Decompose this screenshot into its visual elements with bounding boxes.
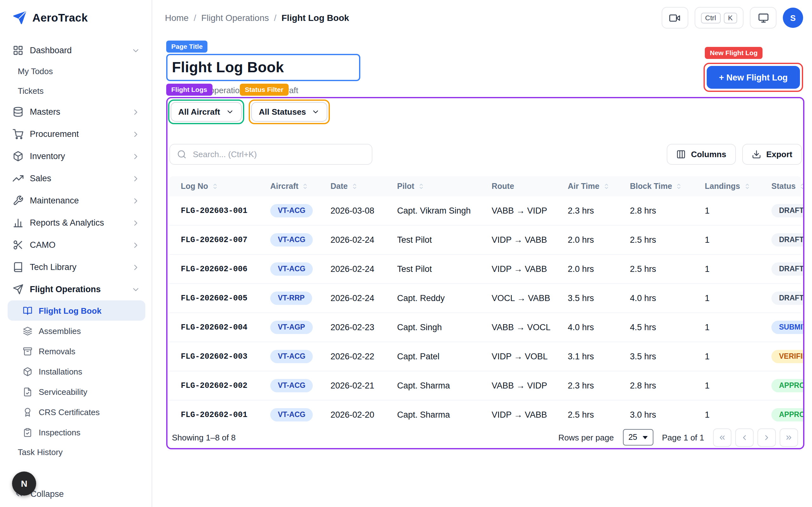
cell-aircraft: VT-ACG — [270, 262, 331, 276]
grid-icon — [13, 45, 23, 56]
status-badge: VERIFIED — [771, 349, 803, 363]
cell-route: VIDP → VABB — [492, 410, 568, 419]
column-header-date[interactable]: Date — [331, 182, 397, 191]
sidebar-item-label: Installations — [39, 367, 82, 376]
app-logo[interactable]: AeroTrack — [0, 0, 152, 36]
topbar: Home/Flight Operations/Flight Log Book C… — [152, 0, 812, 36]
sidebar-item-inspections[interactable]: Inspections — [8, 422, 145, 442]
cell-log-no: FLG-202602-003 — [181, 352, 270, 361]
aircraft-badge: VT-ACG — [270, 408, 313, 422]
export-button[interactable]: Export — [742, 144, 802, 165]
cell-date: 2026-02-24 — [331, 264, 397, 274]
cell-block-time: 3.0 hrs — [630, 410, 705, 419]
column-header-air-time[interactable]: Air Time — [568, 182, 630, 191]
table-row-flg-202602-002[interactable]: FLG-202602-002VT-ACG2026-02-21Capt. Shar… — [169, 372, 801, 400]
sidebar-item-removals[interactable]: Removals — [8, 341, 145, 361]
breadcrumb-item-home[interactable]: Home — [165, 13, 189, 23]
cell-date: 2026-02-20 — [331, 410, 397, 419]
filters-row: All Aircraft All Statuses — [168, 100, 803, 124]
column-header-route[interactable]: Route — [492, 182, 568, 191]
cell-aircraft: VT-AGP — [270, 320, 331, 334]
command-palette-shortcut-button[interactable]: Ctrl K — [694, 7, 744, 29]
search-icon — [177, 150, 187, 159]
column-header-log-no[interactable]: Log No — [181, 182, 270, 191]
last-page-button[interactable] — [780, 428, 798, 447]
sidebar-item-inventory[interactable]: Inventory — [8, 145, 145, 167]
cell-pilot: Capt. Vikram Singh — [397, 206, 492, 216]
previous-page-button[interactable] — [735, 428, 754, 447]
table-row-flg-202602-006[interactable]: FLG-202602-006VT-ACG2026-02-24Test Pilot… — [169, 255, 801, 284]
status-filter-value: All Statuses — [259, 107, 306, 117]
sidebar-item-camo[interactable]: CAMO — [8, 234, 145, 256]
clipboard-icon — [23, 428, 32, 437]
chevron-down-icon — [131, 285, 140, 294]
column-header-aircraft[interactable]: Aircraft — [270, 182, 331, 191]
page-title-annotation-box: Flight Log Book — [166, 54, 360, 81]
table-row-flg-202602-007[interactable]: FLG-202602-007VT-ACG2026-02-24Test Pilot… — [169, 226, 801, 255]
sidebar-item-label: Procurement — [30, 129, 79, 139]
column-header-landings[interactable]: Landings — [705, 182, 771, 191]
sidebar-item-crs-certificates[interactable]: CRS Certificates — [8, 402, 145, 422]
cell-block-time: 3.5 hrs — [630, 352, 705, 361]
cell-air-time: 3.1 hrs — [568, 352, 630, 361]
select-caret-icon — [642, 436, 647, 439]
rows-per-page-select[interactable]: 25 — [623, 429, 653, 446]
sidebar-item-my-todos[interactable]: My Todos — [8, 61, 145, 81]
sidebar-item-installations[interactable]: Installations — [8, 361, 145, 382]
cell-aircraft: VT-ACG — [270, 349, 331, 363]
cell-block-time: 2.5 hrs — [630, 235, 705, 245]
scissors-icon — [13, 239, 23, 250]
aircraft-badge: VT-ACG — [270, 204, 313, 218]
sidebar-item-task-history[interactable]: Task History — [8, 442, 145, 462]
table-row-flg-202602-003[interactable]: FLG-202602-003VT-ACG2026-02-22Capt. Pate… — [169, 342, 801, 372]
new-flight-log-button[interactable]: + New Flight Log — [707, 66, 800, 89]
sidebar-item-maintenance[interactable]: Maintenance — [8, 189, 145, 212]
sidebar-item-serviceability[interactable]: Serviceability — [8, 382, 145, 402]
sidebar-item-assemblies[interactable]: Assemblies — [8, 321, 145, 341]
sidebar-item-reports-analytics[interactable]: Reports & Analytics — [8, 212, 145, 234]
status-badge: SUBMITTED — [771, 320, 803, 334]
status-filter-select[interactable]: All Statuses — [251, 102, 328, 122]
column-header-status[interactable]: Status — [771, 182, 803, 191]
column-header-block-time[interactable]: Block Time — [630, 182, 705, 191]
column-header-pilot[interactable]: Pilot — [397, 182, 492, 191]
table-row-flg-202603-001[interactable]: FLG-202603-001VT-ACG2026-03-08Capt. Vikr… — [169, 196, 801, 226]
screen-record-button[interactable] — [661, 7, 688, 29]
user-avatar[interactable]: S — [783, 8, 803, 28]
table-row-flg-202602-005[interactable]: FLG-202602-005VT-RRP2026-02-24Capt. Redd… — [169, 284, 801, 313]
sidebar-item-flight-operations[interactable]: Flight Operations — [8, 278, 145, 300]
sidebar-item-flight-log-book[interactable]: Flight Log Book — [8, 300, 145, 321]
cell-landings: 1 — [705, 381, 771, 390]
search-input[interactable] — [192, 149, 365, 160]
sidebar-item-label: CAMO — [30, 240, 55, 250]
breadcrumb-item-flight-operations[interactable]: Flight Operations — [201, 13, 269, 23]
cell-pilot: Test Pilot — [397, 235, 492, 245]
breadcrumb-item-flight-log-book[interactable]: Flight Log Book — [282, 13, 349, 23]
sidebar-item-masters[interactable]: Masters — [8, 101, 145, 123]
sidebar-item-dashboard[interactable]: Dashboard — [8, 39, 145, 61]
sidebar-item-label: Tech Library — [30, 262, 77, 272]
columns-button[interactable]: Columns — [667, 144, 735, 165]
monitor-icon — [758, 12, 768, 23]
sidebar-item-tech-library[interactable]: Tech Library — [8, 256, 145, 278]
aircraft-filter-select[interactable]: All Aircraft — [171, 102, 242, 122]
table-toolbar: Columns Export — [167, 144, 803, 165]
sidebar-nav: DashboardMy TodosTicketsMastersProcureme… — [0, 36, 152, 481]
sidebar-item-procurement[interactable]: Procurement — [8, 123, 145, 145]
database-icon — [13, 107, 23, 117]
next-page-button[interactable] — [757, 428, 776, 447]
flight-logs-table: Log NoAircraftDatePilotRouteAir TimeBloc… — [167, 176, 803, 428]
cell-status: VERIFIED — [771, 349, 803, 363]
sort-icon — [302, 182, 309, 190]
table-row-flg-202602-001[interactable]: FLG-202602-001VT-ACG2026-02-20Capt. Shar… — [169, 400, 801, 428]
sidebar-item-tickets[interactable]: Tickets — [8, 81, 145, 101]
first-page-button[interactable] — [713, 428, 731, 447]
table-row-flg-202602-004[interactable]: FLG-202602-004VT-AGP2026-02-23Capt. Sing… — [169, 313, 801, 342]
sidebar-item-label: Reports & Analytics — [30, 218, 104, 228]
sidebar-item-sales[interactable]: Sales — [8, 167, 145, 189]
cell-aircraft: VT-ACG — [270, 233, 331, 247]
floating-n-badge[interactable]: N — [12, 471, 36, 496]
status-badge: APPROVED — [771, 379, 803, 393]
display-button[interactable] — [750, 7, 776, 29]
cell-aircraft: VT-ACG — [270, 204, 331, 218]
